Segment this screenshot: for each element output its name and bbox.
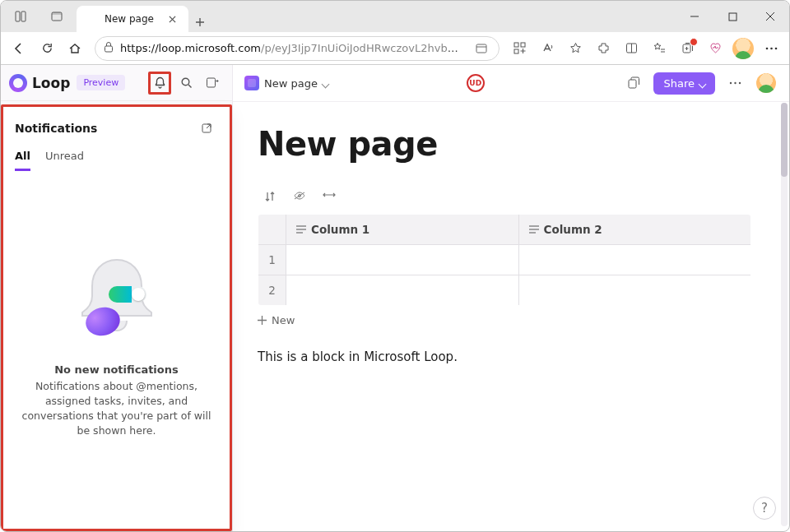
svg-rect-4: [729, 13, 737, 21]
notifications-icon[interactable]: [148, 72, 171, 95]
page-icon: [244, 76, 259, 90]
resize-icon[interactable]: [322, 191, 337, 202]
document-canvas[interactable]: New page: [233, 101, 789, 531]
table-row[interactable]: 2: [258, 275, 751, 306]
svg-point-14: [774, 47, 777, 49]
notif-tab-all[interactable]: All: [15, 150, 30, 171]
app-header: Loop Preview: [1, 65, 232, 101]
table-header-row: Column 1 Column 2: [258, 215, 751, 245]
table-toolbar: [263, 191, 764, 202]
text-column-icon: [296, 225, 306, 234]
profile-avatar[interactable]: [730, 35, 756, 62]
copy-component-icon[interactable]: [622, 72, 645, 95]
svg-rect-0: [16, 12, 20, 21]
svg-point-13: [770, 47, 773, 49]
tab-title: New page: [105, 13, 154, 25]
workspaces-icon[interactable]: [44, 3, 70, 30]
column-header[interactable]: Column 1: [286, 215, 519, 245]
table-cell[interactable]: [286, 245, 519, 275]
svg-rect-18: [629, 80, 636, 88]
home-button[interactable]: [62, 35, 88, 62]
recording-badge[interactable]: UD: [467, 74, 485, 92]
svg-point-19: [729, 82, 731, 84]
address-bar[interactable]: https://loop.microsoft.com/p/eyJ3Ijp7InU…: [95, 36, 500, 61]
share-button[interactable]: Share: [653, 72, 715, 95]
text-column-icon: [529, 225, 539, 234]
row-number-header: [258, 215, 286, 245]
loop-logo[interactable]: Loop: [9, 74, 70, 92]
collections-icon[interactable]: [674, 35, 700, 62]
breadcrumb[interactable]: New page: [244, 76, 328, 90]
row-number: 1: [258, 245, 286, 275]
svg-point-12: [765, 47, 768, 49]
help-button[interactable]: ?: [753, 497, 776, 520]
empty-notifications-illustration: [67, 250, 166, 349]
window-minimize-button[interactable]: [676, 1, 713, 32]
notif-empty-desc: Notifications about @mentions, assigned …: [20, 379, 213, 439]
column-header[interactable]: Column 2: [518, 215, 751, 245]
extension-icon[interactable]: [590, 35, 616, 62]
paragraph-block[interactable]: This is a block in Microsoft Loop.: [258, 349, 764, 364]
share-label: Share: [663, 77, 695, 90]
url-text: https://loop.microsoft.com/p/eyJ3Ijp7InU…: [120, 42, 466, 54]
health-icon[interactable]: [702, 35, 728, 62]
tracking-icon[interactable]: [472, 36, 490, 61]
chevron-down-icon: [323, 77, 328, 90]
new-workspace-icon[interactable]: [201, 72, 224, 95]
tab-actions-icon[interactable]: [7, 3, 34, 30]
new-tab-button[interactable]: [188, 12, 211, 32]
favorite-icon[interactable]: [562, 35, 588, 62]
close-tab-icon[interactable]: [167, 13, 179, 25]
read-aloud-icon[interactable]: [534, 35, 560, 62]
svg-rect-9: [514, 49, 518, 53]
svg-rect-6: [476, 44, 486, 53]
table-cell[interactable]: [518, 245, 751, 275]
scrollbar[interactable]: [781, 103, 788, 526]
table-cell[interactable]: [518, 275, 751, 306]
loop-brand-text: Loop: [32, 75, 70, 91]
document-area: New page UD Share: [233, 65, 789, 531]
add-row-button[interactable]: New: [258, 314, 764, 326]
notif-tab-unread[interactable]: Unread: [45, 150, 84, 171]
window-close-button[interactable]: [751, 1, 789, 32]
pop-out-icon[interactable]: [195, 117, 218, 140]
refresh-button[interactable]: [34, 35, 60, 62]
svg-rect-3: [52, 12, 62, 15]
table-cell[interactable]: [286, 275, 519, 306]
svg-point-20: [734, 82, 736, 84]
loop-mark-icon: [9, 74, 27, 92]
split-screen-icon[interactable]: [618, 35, 644, 62]
notifications-title: Notifications: [15, 122, 195, 135]
favorites-list-icon[interactable]: [646, 35, 672, 62]
svg-rect-1: [21, 12, 26, 21]
document-topbar: New page UD Share: [233, 65, 789, 101]
titlebar: New page: [1, 1, 789, 32]
apps-icon[interactable]: [506, 35, 532, 62]
search-icon[interactable]: [174, 72, 198, 95]
user-avatar[interactable]: [755, 72, 778, 95]
preview-chip: Preview: [77, 75, 125, 90]
svg-rect-5: [105, 46, 113, 52]
sort-icon[interactable]: [263, 191, 277, 202]
svg-rect-7: [514, 43, 518, 47]
more-menu-icon[interactable]: [758, 35, 784, 62]
svg-point-21: [738, 82, 740, 84]
loop-app: Loop Preview Notifi: [1, 65, 789, 531]
lock-icon: [104, 41, 114, 55]
doc-more-icon[interactable]: [723, 72, 746, 95]
browser-window: New page: [0, 0, 790, 532]
browser-toolbar: https://loop.microsoft.com/p/eyJ3Ijp7InU…: [1, 32, 789, 65]
chevron-down-icon: [699, 77, 705, 90]
page-title[interactable]: New page: [258, 125, 764, 163]
notif-empty-title: No new notifications: [54, 363, 179, 376]
back-button[interactable]: [6, 35, 32, 62]
svg-rect-16: [207, 78, 216, 87]
browser-tab[interactable]: New page: [77, 6, 188, 32]
row-number: 2: [258, 275, 286, 306]
table-row[interactable]: 1: [258, 245, 751, 275]
breadcrumb-text: New page: [264, 77, 318, 90]
window-maximize-button[interactable]: [713, 1, 751, 32]
hide-icon[interactable]: [292, 191, 307, 202]
data-table[interactable]: Column 1 Column 2: [258, 214, 751, 306]
svg-point-15: [182, 78, 189, 86]
